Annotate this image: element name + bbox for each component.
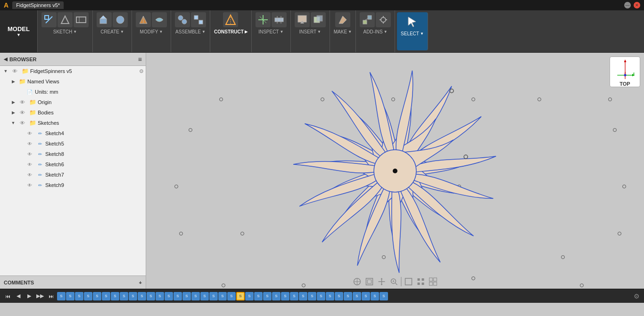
assemble-icon-1[interactable] [175,12,190,27]
select-icon[interactable] [405,14,420,29]
timeline-item[interactable]: S [111,292,119,300]
sketches-item[interactable]: ▼ 👁 📁 Sketches [0,118,146,128]
sketch-icon-1[interactable] [41,12,57,27]
timeline-item[interactable]: S [57,292,66,300]
display-mode-icon[interactable] [404,276,414,287]
bodies-item[interactable]: ▶ 👁 📁 Bodies [0,107,146,118]
sketch-icon-2[interactable] [58,12,73,27]
sketches-visibility-icon[interactable]: 👁 [18,119,26,127]
sketch5-item[interactable]: 👁 ✏ Sketch5 [0,138,146,149]
sketch9-item[interactable]: 👁 ✏ Sketch9 [0,180,146,190]
timeline-prev-btn[interactable]: ◀ [14,292,23,301]
timeline-next-btn[interactable]: ▶▶ [35,292,45,301]
timeline-item[interactable]: S [281,292,289,300]
minimize-button[interactable]: — [624,2,631,8]
select-label[interactable]: SELECT ▼ [401,31,424,36]
origin-visibility-icon[interactable]: 👁 [18,98,26,106]
sketch-icon-3[interactable] [74,12,89,27]
browser-options[interactable]: ≡ [138,56,142,63]
fit-view-icon[interactable] [364,276,375,287]
timeline-item[interactable]: S [353,292,361,300]
sketch8-item[interactable]: 👁 ✏ Sketch8 [0,149,146,159]
modify-label[interactable]: MODIFY ▼ [140,29,163,34]
viewport[interactable]: .blade { fill: #e8d5c0; stroke: #3355cc;… [146,53,644,289]
timeline-item[interactable]: S [93,292,101,300]
create-icon-2[interactable] [113,12,128,27]
construct-label[interactable]: CONSTRUCT ▶ [214,29,248,34]
timeline-end-btn[interactable]: ⏭ [46,292,56,301]
grid-icon[interactable] [416,276,426,287]
construct-icon-1[interactable] [223,12,238,27]
timeline-item[interactable]: S [335,292,343,300]
zoom-icon[interactable] [389,276,399,287]
timeline-item[interactable]: S [165,292,173,300]
sketch9-visibility-icon[interactable]: 👁 [25,181,34,189]
timeline-item[interactable]: S [173,292,182,300]
timeline-item[interactable]: S [299,292,307,300]
timeline-item[interactable]: S [147,292,155,300]
timeline-settings-icon[interactable]: ⚙ [632,292,641,301]
pivot-icon[interactable] [352,276,363,287]
sketch6-visibility-icon[interactable]: 👁 [25,160,34,169]
view-options-icon[interactable] [428,276,438,287]
make-icon-1[interactable] [335,12,350,27]
timeline-item[interactable]: S [344,292,352,300]
origin-item[interactable]: ▶ 👁 📁 Origin [0,97,146,107]
timeline-item[interactable]: S [182,292,191,300]
timeline-item[interactable]: S [227,292,236,300]
sketch-label[interactable]: SKETCH ▼ [53,29,77,34]
sketch7-visibility-icon[interactable]: 👁 [25,170,34,179]
inspect-icon-2[interactable] [272,12,287,27]
timeline-item[interactable]: S [102,292,110,300]
timeline-item[interactable]: S [317,292,325,300]
timeline-item[interactable]: S [254,292,263,300]
timeline-item[interactable]: S [84,292,92,300]
tree-root[interactable]: ▼ 👁 📁 FidgetSpinners v5 ⚙ [0,66,146,76]
sketch8-visibility-icon[interactable]: 👁 [25,150,34,158]
collapse-arrow[interactable]: ◀ [4,57,8,62]
timeline-item[interactable]: S [191,292,200,300]
root-settings-icon[interactable]: ⚙ [139,68,144,74]
timeline-item[interactable]: S [209,292,218,300]
timeline-item[interactable]: S [290,292,298,300]
modify-icon-1[interactable] [136,12,151,27]
timeline-item[interactable]: S [308,292,316,300]
tab-label[interactable]: FidgetSpinners v5* [12,1,64,9]
inspect-icon-1[interactable] [256,12,271,27]
insert-icon-2[interactable] [311,12,326,27]
close-button[interactable]: ✕ [634,2,640,8]
comments-add-icon[interactable]: + [139,280,142,285]
addins-icon-2[interactable] [376,12,391,27]
timeline-item[interactable]: S [200,292,209,300]
inspect-label[interactable]: INSPECT ▼ [258,29,283,34]
timeline-item[interactable]: S [272,292,281,300]
timeline-item[interactable]: S [75,292,83,300]
sketch4-visibility-icon[interactable]: 👁 [25,129,34,138]
insert-icon-1[interactable] [295,12,310,27]
timeline-item[interactable]: S [380,292,388,300]
timeline-item[interactable]: S [218,292,227,300]
addins-icon-1[interactable] [360,12,375,27]
assemble-label[interactable]: ASSEMBLE ▼ [175,29,206,34]
timeline-item[interactable]: S [245,292,254,300]
timeline-item-current[interactable]: S [236,292,245,300]
sketch4-item[interactable]: 👁 ✏ Sketch4 [0,128,146,138]
timeline-play-btn[interactable]: ▶ [25,292,34,301]
timeline-item[interactable]: S [129,292,137,300]
named-views-item[interactable]: ▶ 📁 Named Views [0,76,146,87]
timeline-item[interactable]: S [326,292,334,300]
timeline-item[interactable]: S [138,292,146,300]
modify-icon-2[interactable] [152,12,167,27]
timeline-item[interactable]: S [156,292,164,300]
timeline-item[interactable]: S [362,292,370,300]
insert-label[interactable]: INSERT ▼ [299,29,321,34]
root-visibility-icon[interactable]: 👁 [10,67,19,75]
timeline-item[interactable]: S [371,292,379,300]
bodies-visibility-icon[interactable]: 👁 [18,108,26,117]
timeline-item[interactable]: S [120,292,128,300]
sketch6-item[interactable]: 👁 ✏ Sketch6 [0,159,146,170]
timeline-item[interactable]: S [66,292,74,300]
view-cube[interactable]: Z X TOP [610,57,640,87]
create-icon-1[interactable] [97,12,112,27]
sketch5-visibility-icon[interactable]: 👁 [25,139,34,148]
